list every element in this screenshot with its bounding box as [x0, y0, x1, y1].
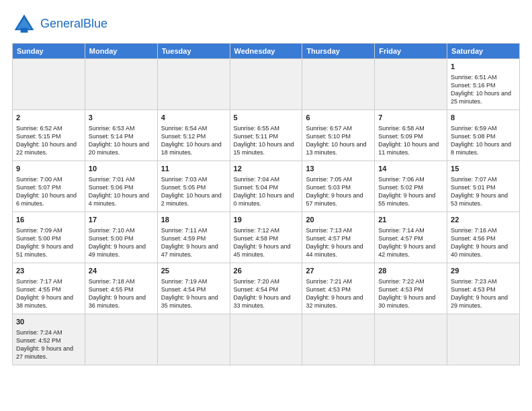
logo: GeneralBlue [12, 12, 107, 36]
day-info: Sunrise: 7:23 AM Sunset: 4:53 PM Dayligh… [451, 277, 516, 310]
day-number: 24 [89, 266, 154, 276]
day-info: Sunrise: 7:20 AM Sunset: 4:54 PM Dayligh… [234, 277, 299, 310]
day-info: Sunrise: 7:03 AM Sunset: 5:05 PM Dayligh… [161, 175, 226, 208]
day-info: Sunrise: 6:54 AM Sunset: 5:12 PM Dayligh… [161, 124, 226, 157]
day-info: Sunrise: 6:53 AM Sunset: 5:14 PM Dayligh… [89, 124, 154, 157]
day-info: Sunrise: 6:52 AM Sunset: 5:15 PM Dayligh… [16, 124, 81, 157]
calendar-cell: 2Sunrise: 6:52 AM Sunset: 5:15 PM Daylig… [13, 110, 85, 161]
calendar-cell: 26Sunrise: 7:20 AM Sunset: 4:54 PM Dayli… [230, 263, 302, 314]
day-number: 1 [451, 62, 516, 72]
calendar-cell [302, 59, 375, 110]
calendar-cell [157, 314, 230, 365]
header: GeneralBlue [12, 12, 520, 36]
day-info: Sunrise: 7:10 AM Sunset: 5:00 PM Dayligh… [89, 226, 154, 259]
calendar-cell: 30Sunrise: 7:24 AM Sunset: 4:52 PM Dayli… [13, 314, 85, 365]
day-number: 27 [306, 266, 371, 276]
calendar-cell: 6Sunrise: 6:57 AM Sunset: 5:10 PM Daylig… [302, 110, 375, 161]
day-number: 30 [16, 317, 81, 327]
calendar-cell [85, 59, 157, 110]
day-info: Sunrise: 6:51 AM Sunset: 5:16 PM Dayligh… [451, 73, 516, 106]
calendar-cell: 27Sunrise: 7:21 AM Sunset: 4:53 PM Dayli… [302, 263, 375, 314]
calendar-cell: 1Sunrise: 6:51 AM Sunset: 5:16 PM Daylig… [447, 59, 520, 110]
day-header-tuesday: Tuesday [157, 44, 230, 59]
day-number: 9 [16, 164, 81, 174]
day-info: Sunrise: 7:06 AM Sunset: 5:02 PM Dayligh… [378, 175, 443, 208]
calendar-cell [230, 314, 302, 365]
day-number: 25 [161, 266, 226, 276]
day-info: Sunrise: 7:18 AM Sunset: 4:55 PM Dayligh… [89, 277, 154, 310]
calendar-cell: 12Sunrise: 7:04 AM Sunset: 5:04 PM Dayli… [230, 161, 302, 212]
day-number: 3 [89, 113, 154, 123]
day-number: 7 [378, 113, 443, 123]
day-number: 22 [451, 215, 516, 225]
calendar-cell: 19Sunrise: 7:12 AM Sunset: 4:58 PM Dayli… [230, 212, 302, 263]
logo-general: General [40, 17, 83, 30]
calendar-cell [85, 314, 157, 365]
svg-rect-2 [21, 28, 28, 32]
day-number: 2 [16, 113, 81, 123]
day-number: 6 [306, 113, 371, 123]
day-info: Sunrise: 7:24 AM Sunset: 4:52 PM Dayligh… [16, 328, 81, 361]
day-info: Sunrise: 6:55 AM Sunset: 5:11 PM Dayligh… [234, 124, 299, 157]
day-number: 17 [89, 215, 154, 225]
calendar: SundayMondayTuesdayWednesdayThursdayFrid… [12, 43, 520, 365]
calendar-cell: 13Sunrise: 7:05 AM Sunset: 5:03 PM Dayli… [302, 161, 375, 212]
calendar-cell: 24Sunrise: 7:18 AM Sunset: 4:55 PM Dayli… [85, 263, 157, 314]
day-number: 19 [234, 215, 299, 225]
calendar-cell: 28Sunrise: 7:22 AM Sunset: 4:53 PM Dayli… [375, 263, 447, 314]
day-info: Sunrise: 7:04 AM Sunset: 5:04 PM Dayligh… [234, 175, 299, 208]
calendar-cell: 10Sunrise: 7:01 AM Sunset: 5:06 PM Dayli… [85, 161, 157, 212]
logo-blue: Blue [83, 17, 107, 30]
day-number: 11 [161, 164, 226, 174]
page: GeneralBlue SundayMondayTuesdayWednesday… [0, 0, 532, 372]
calendar-week-4: 16Sunrise: 7:09 AM Sunset: 5:00 PM Dayli… [13, 212, 520, 263]
calendar-cell [157, 59, 230, 110]
day-info: Sunrise: 7:05 AM Sunset: 5:03 PM Dayligh… [306, 175, 371, 208]
day-info: Sunrise: 7:07 AM Sunset: 5:01 PM Dayligh… [451, 175, 516, 208]
day-info: Sunrise: 7:12 AM Sunset: 4:58 PM Dayligh… [234, 226, 299, 259]
day-info: Sunrise: 6:58 AM Sunset: 5:09 PM Dayligh… [378, 124, 443, 157]
logo-icon [12, 12, 36, 36]
day-info: Sunrise: 7:01 AM Sunset: 5:06 PM Dayligh… [89, 175, 154, 208]
day-number: 21 [378, 215, 443, 225]
calendar-header-row: SundayMondayTuesdayWednesdayThursdayFrid… [13, 44, 520, 59]
calendar-week-1: 1Sunrise: 6:51 AM Sunset: 5:16 PM Daylig… [13, 59, 520, 110]
day-number: 13 [306, 164, 371, 174]
calendar-cell: 20Sunrise: 7:13 AM Sunset: 4:57 PM Dayli… [302, 212, 375, 263]
day-info: Sunrise: 7:19 AM Sunset: 4:54 PM Dayligh… [161, 277, 226, 310]
calendar-cell: 4Sunrise: 6:54 AM Sunset: 5:12 PM Daylig… [157, 110, 230, 161]
calendar-cell: 14Sunrise: 7:06 AM Sunset: 5:02 PM Dayli… [375, 161, 447, 212]
day-number: 16 [16, 215, 81, 225]
day-number: 15 [451, 164, 516, 174]
day-number: 4 [161, 113, 226, 123]
logo-text: GeneralBlue [40, 17, 107, 31]
day-header-thursday: Thursday [302, 44, 375, 59]
calendar-cell [230, 59, 302, 110]
calendar-cell: 9Sunrise: 7:00 AM Sunset: 5:07 PM Daylig… [13, 161, 85, 212]
calendar-cell: 15Sunrise: 7:07 AM Sunset: 5:01 PM Dayli… [447, 161, 520, 212]
calendar-week-5: 23Sunrise: 7:17 AM Sunset: 4:55 PM Dayli… [13, 263, 520, 314]
day-info: Sunrise: 7:16 AM Sunset: 4:56 PM Dayligh… [451, 226, 516, 259]
day-header-friday: Friday [375, 44, 447, 59]
calendar-cell: 18Sunrise: 7:11 AM Sunset: 4:59 PM Dayli… [157, 212, 230, 263]
calendar-cell: 29Sunrise: 7:23 AM Sunset: 4:53 PM Dayli… [447, 263, 520, 314]
calendar-cell [447, 314, 520, 365]
day-info: Sunrise: 6:59 AM Sunset: 5:08 PM Dayligh… [451, 124, 516, 157]
calendar-cell: 22Sunrise: 7:16 AM Sunset: 4:56 PM Dayli… [447, 212, 520, 263]
day-header-saturday: Saturday [447, 44, 520, 59]
day-info: Sunrise: 7:14 AM Sunset: 4:57 PM Dayligh… [378, 226, 443, 259]
day-info: Sunrise: 7:13 AM Sunset: 4:57 PM Dayligh… [306, 226, 371, 259]
calendar-cell: 16Sunrise: 7:09 AM Sunset: 5:00 PM Dayli… [13, 212, 85, 263]
calendar-cell: 25Sunrise: 7:19 AM Sunset: 4:54 PM Dayli… [157, 263, 230, 314]
day-number: 29 [451, 266, 516, 276]
calendar-cell: 8Sunrise: 6:59 AM Sunset: 5:08 PM Daylig… [447, 110, 520, 161]
calendar-cell: 5Sunrise: 6:55 AM Sunset: 5:11 PM Daylig… [230, 110, 302, 161]
day-number: 8 [451, 113, 516, 123]
calendar-cell: 21Sunrise: 7:14 AM Sunset: 4:57 PM Dayli… [375, 212, 447, 263]
day-number: 10 [89, 164, 154, 174]
day-number: 14 [378, 164, 443, 174]
calendar-cell: 23Sunrise: 7:17 AM Sunset: 4:55 PM Dayli… [13, 263, 85, 314]
day-number: 20 [306, 215, 371, 225]
day-header-sunday: Sunday [13, 44, 85, 59]
calendar-cell: 11Sunrise: 7:03 AM Sunset: 5:05 PM Dayli… [157, 161, 230, 212]
